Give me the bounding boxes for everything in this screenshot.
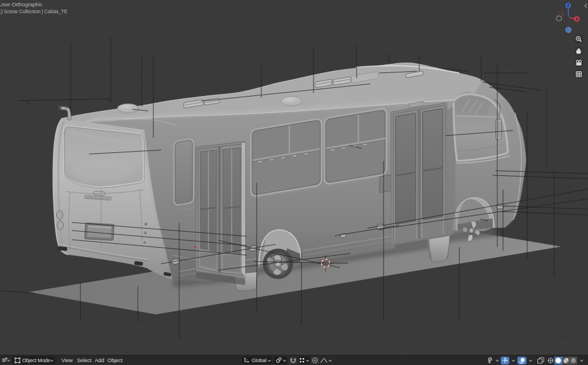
svg-text:Object: Object	[107, 358, 123, 363]
svg-text:Select: Select	[77, 358, 92, 363]
svg-text:View: View	[61, 358, 73, 363]
svg-text:X: X	[575, 17, 578, 22]
svg-text:Add: Add	[95, 358, 104, 363]
svg-text:Z: Z	[567, 3, 570, 8]
svg-text:1) Scene Collection | Calota_T: 1) Scene Collection | Calota_TE	[0, 9, 67, 14]
svg-text:Object Mode: Object Mode	[22, 358, 51, 363]
svg-text:Global: Global	[252, 358, 266, 363]
svg-text:User Orthographic: User Orthographic	[0, 1, 42, 7]
